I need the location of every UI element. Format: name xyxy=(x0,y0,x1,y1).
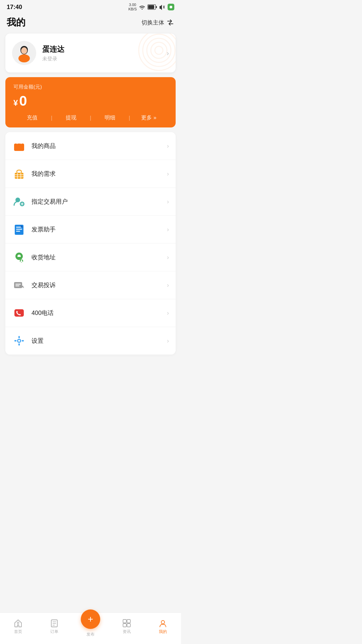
invoice-icon xyxy=(13,223,25,236)
location-icon xyxy=(13,251,25,264)
bg-decoration xyxy=(135,34,176,72)
svg-rect-16 xyxy=(15,173,23,179)
menu-item-complaint[interactable]: 交易投诉 › xyxy=(5,271,176,299)
mute-icon xyxy=(159,4,165,10)
invoice-icon-wrap xyxy=(12,222,26,236)
address-label: 收货地址 xyxy=(32,253,167,261)
svg-point-32 xyxy=(21,260,22,261)
settings-gear-icon xyxy=(13,334,25,347)
balance-label: 可用金额(元) xyxy=(13,84,168,90)
trade-user-icon-wrap xyxy=(12,195,26,209)
withdraw-button[interactable]: 提现 xyxy=(52,114,90,121)
wifi-icon xyxy=(139,4,145,10)
profile-name: 蛋连达 xyxy=(42,44,64,54)
avatar xyxy=(12,41,36,65)
settings-chevron-icon: › xyxy=(167,337,169,344)
svg-point-6 xyxy=(139,34,176,70)
profile-chevron-icon: › xyxy=(167,49,169,57)
svg-point-10 xyxy=(155,46,163,54)
balance-yen-sign: ¥ xyxy=(13,98,18,108)
menu-item-phone400[interactable]: 400电话 › xyxy=(5,299,176,327)
status-time: 17:40 xyxy=(7,4,22,11)
detail-button[interactable]: 明细 xyxy=(91,114,129,121)
invoice-chevron-icon: › xyxy=(167,226,169,233)
svg-rect-1 xyxy=(148,5,154,9)
recharge-button[interactable]: 充值 xyxy=(13,114,51,121)
menu-item-address[interactable]: 收货地址 › xyxy=(5,244,176,271)
svg-point-7 xyxy=(143,34,175,66)
svg-rect-35 xyxy=(15,285,19,286)
balance-actions: 充值 | 提现 | 明细 | 更多 » xyxy=(13,114,168,121)
svg-rect-27 xyxy=(16,229,22,230)
trade-user-chevron-icon: › xyxy=(167,198,169,205)
svg-point-13 xyxy=(18,54,30,62)
menu-section: 我的商品 › 我的需求 › xyxy=(5,132,176,355)
trade-user-label: 指定交易用户 xyxy=(32,198,167,206)
svg-rect-34 xyxy=(15,284,21,285)
complaint-icon xyxy=(13,279,25,291)
header: 我的 切换主体 xyxy=(0,13,181,34)
status-icons: 3.00KB/S xyxy=(128,3,174,11)
svg-rect-37 xyxy=(14,309,24,317)
my-products-label: 我的商品 xyxy=(32,142,167,150)
balance-card: 可用金额(元) ¥ 0 充值 | 提现 | 明细 | 更多 » xyxy=(5,77,176,127)
switch-entity-button[interactable]: 切换主体 xyxy=(141,19,174,26)
svg-point-5 xyxy=(170,6,172,8)
basket-icon xyxy=(13,167,25,180)
profile-info: 蛋连达 未登录 xyxy=(42,44,64,62)
svg-point-14 xyxy=(21,47,27,54)
balance-value: 0 xyxy=(19,93,27,109)
battery-icon xyxy=(147,4,157,10)
address-chevron-icon: › xyxy=(167,254,169,261)
user-settings-icon xyxy=(13,195,25,208)
app-icon xyxy=(168,4,174,10)
svg-rect-2 xyxy=(156,6,157,8)
my-products-chevron-icon: › xyxy=(167,143,169,150)
menu-item-my-needs[interactable]: 我的需求 › xyxy=(5,160,176,188)
svg-rect-28 xyxy=(16,231,20,232)
svg-rect-15 xyxy=(14,144,24,151)
svg-point-39 xyxy=(18,340,20,342)
invoice-label: 发票助手 xyxy=(32,225,167,233)
complaint-icon-wrap xyxy=(12,278,26,292)
menu-item-trade-user[interactable]: 指定交易用户 › xyxy=(5,188,176,216)
status-bar: 17:40 3.00KB/S xyxy=(0,0,181,13)
phone-icon xyxy=(13,307,25,319)
switch-icon xyxy=(166,19,174,26)
my-needs-label: 我的需求 xyxy=(32,170,167,178)
menu-item-invoice[interactable]: 发票助手 › xyxy=(5,216,176,244)
balance-amount: ¥ 0 xyxy=(13,93,168,109)
profile-status: 未登录 xyxy=(42,56,64,62)
profile-card-left: 蛋连达 未登录 xyxy=(12,41,64,65)
my-needs-icon-wrap xyxy=(12,167,26,181)
network-speed: 3.00KB/S xyxy=(128,3,137,11)
phone400-chevron-icon: › xyxy=(167,310,169,317)
profile-card[interactable]: 蛋连达 未登录 › xyxy=(5,34,176,72)
address-icon-wrap xyxy=(12,250,26,264)
svg-point-9 xyxy=(151,42,167,58)
my-needs-chevron-icon: › xyxy=(167,170,169,177)
shopping-bag-icon xyxy=(13,140,25,152)
complaint-label: 交易投诉 xyxy=(32,281,167,289)
complaint-chevron-icon: › xyxy=(167,282,169,289)
menu-item-settings[interactable]: 设置 › xyxy=(5,327,176,355)
phone400-label: 400电话 xyxy=(32,309,167,317)
more-button[interactable]: 更多 » xyxy=(130,114,168,121)
phone400-icon-wrap xyxy=(12,306,26,320)
my-products-icon-wrap xyxy=(12,139,26,153)
svg-rect-33 xyxy=(14,282,22,288)
settings-icon-wrap xyxy=(12,334,26,348)
settings-label: 设置 xyxy=(32,337,167,345)
page-title: 我的 xyxy=(7,16,25,29)
switch-entity-label: 切换主体 xyxy=(141,19,164,26)
menu-item-my-products[interactable]: 我的商品 › xyxy=(5,132,176,160)
